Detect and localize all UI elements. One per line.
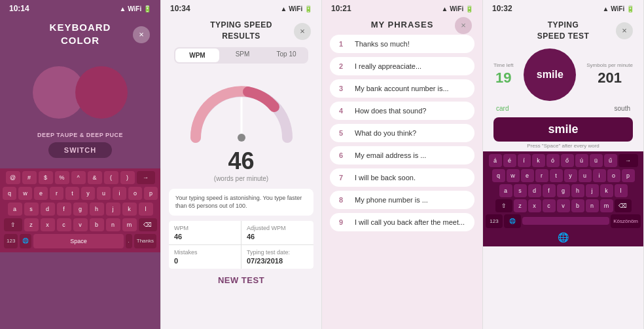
kb-key[interactable]: y — [81, 187, 95, 200]
phrase-item[interactable]: 7 I will be back soon. — [330, 168, 474, 187]
close-button-2[interactable]: × — [294, 23, 311, 40]
kb-period[interactable]: . — [126, 234, 132, 248]
kb-key[interactable]: ) — [120, 171, 135, 184]
kb4-key[interactable]: e — [521, 169, 534, 182]
kb-key[interactable]: i — [113, 187, 126, 200]
close-button-1[interactable]: × — [133, 26, 150, 43]
kb-key[interactable]: # — [22, 171, 37, 184]
kb-key[interactable]: m — [122, 218, 137, 231]
tab-top10[interactable]: Top 10 — [264, 47, 308, 64]
kb4-enter[interactable]: → — [618, 154, 638, 167]
kb4-key[interactable]: é — [503, 154, 516, 167]
kb4-key[interactable]: u — [579, 169, 592, 182]
kb4-key[interactable]: y — [564, 169, 577, 182]
kb4-key[interactable]: ű — [604, 154, 617, 167]
kb-key[interactable]: l — [139, 203, 153, 216]
kb4-space[interactable] — [522, 217, 609, 225]
kb4-key[interactable]: d — [528, 184, 541, 197]
kb4-done[interactable]: Köszönöm — [611, 214, 641, 228]
kb-key[interactable]: e — [34, 187, 48, 200]
kb4-key[interactable]: k — [600, 184, 613, 197]
kb4-key[interactable]: g — [557, 184, 570, 197]
kb-key[interactable]: & — [88, 171, 102, 184]
phrase-item[interactable]: 3 My bank account number is... — [330, 79, 474, 98]
phrase-item[interactable]: 9 I will call you back after the meet... — [330, 213, 474, 231]
kb-globe[interactable]: 🌐 — [20, 234, 31, 248]
kb-key[interactable]: a — [8, 203, 22, 216]
phrase-item[interactable]: 1 Thanks so much! — [330, 35, 474, 53]
kb-key[interactable]: u — [97, 187, 111, 200]
tab-spm[interactable]: SPM — [221, 47, 264, 64]
kb-key[interactable]: @ — [6, 171, 20, 184]
kb4-backspace[interactable]: ⌫ — [615, 199, 632, 212]
kb4-globe[interactable]: 🌐 — [504, 214, 521, 228]
kb-key-enter[interactable]: → — [137, 171, 155, 184]
kb4-key[interactable]: í — [518, 154, 531, 167]
kb4-key[interactable]: f — [543, 184, 556, 197]
kb-key[interactable]: v — [73, 218, 88, 231]
kb-key[interactable]: k — [122, 203, 137, 216]
kb4-key[interactable]: w — [507, 169, 520, 182]
phrase-item[interactable]: 8 My phone number is ... — [330, 191, 474, 209]
kb4-key[interactable]: q — [492, 169, 505, 182]
kb4-key[interactable]: l — [615, 184, 628, 197]
kb-key[interactable]: c — [57, 218, 71, 231]
kb4-key[interactable]: n — [586, 199, 599, 212]
kb4-numbers[interactable]: 123 — [486, 214, 503, 228]
kb4-key[interactable]: b — [571, 199, 584, 212]
tab-wpm[interactable]: WPM — [175, 48, 219, 62]
kb-key[interactable]: h — [90, 203, 104, 216]
kb4-key[interactable]: o — [607, 169, 620, 182]
kb-key[interactable]: $ — [39, 171, 53, 184]
phrase-item[interactable]: 4 How does that sound? — [330, 102, 474, 120]
phrase-item[interactable]: 6 My email address is ... — [330, 146, 474, 164]
kb-thanks[interactable]: Thanks — [134, 234, 156, 248]
kb4-key[interactable]: s — [514, 184, 527, 197]
kb4-key[interactable]: ó — [546, 154, 560, 167]
close-button-3[interactable]: × — [455, 17, 472, 34]
kb4-key[interactable]: j — [586, 184, 599, 197]
kb-backspace[interactable]: ⌫ — [139, 218, 157, 231]
kb4-globe-bottom[interactable]: 🌐 — [484, 229, 642, 245]
kb4-key[interactable]: p — [622, 169, 635, 182]
new-test-button[interactable]: NEW TEST — [218, 275, 264, 285]
close-button-4[interactable]: × — [616, 22, 633, 39]
kb4-key[interactable]: z — [514, 199, 527, 212]
kb-key[interactable]: g — [73, 203, 88, 216]
kb4-key[interactable]: c — [543, 199, 556, 212]
kb4-key[interactable]: x — [528, 199, 541, 212]
kb-key[interactable]: s — [24, 203, 39, 216]
kb-key[interactable]: x — [41, 218, 55, 231]
kb-key[interactable]: b — [90, 218, 104, 231]
phrase-item[interactable]: 2 I really appreaciate... — [330, 57, 474, 75]
kb4-key[interactable]: h — [571, 184, 584, 197]
kb4-shift[interactable]: ⇧ — [495, 199, 512, 212]
kb4-key[interactable]: ő — [561, 154, 574, 167]
phrase-item[interactable]: 5 What do you think? — [330, 124, 474, 142]
kb4-key[interactable]: á — [489, 154, 502, 167]
kb-key[interactable]: % — [55, 171, 69, 184]
kb4-key[interactable]: a — [499, 184, 512, 197]
kb4-key[interactable]: ü — [590, 154, 603, 167]
kb4-key[interactable]: i — [593, 169, 606, 182]
kb-key[interactable]: ( — [104, 171, 118, 184]
kb-key[interactable]: q — [3, 187, 16, 200]
kb-key[interactable]: z — [24, 218, 39, 231]
kb-key[interactable]: o — [128, 187, 142, 200]
kb-key[interactable]: d — [41, 203, 55, 216]
kb-key[interactable]: j — [106, 203, 120, 216]
kb-key[interactable]: ^ — [71, 171, 86, 184]
kb-numbers[interactable]: 123 — [4, 234, 18, 248]
kb-shift[interactable]: ⇧ — [4, 218, 22, 231]
kb4-key[interactable]: v — [557, 199, 570, 212]
kb4-key[interactable]: r — [535, 169, 548, 182]
kb4-key[interactable]: m — [600, 199, 613, 212]
switch-button[interactable]: SWITCH — [48, 142, 112, 158]
kb-key[interactable]: r — [50, 187, 63, 200]
kb4-key[interactable]: k — [532, 154, 545, 167]
kb-key[interactable]: t — [65, 187, 79, 200]
kb-key[interactable]: w — [18, 187, 32, 200]
kb-space[interactable]: Space — [33, 234, 123, 248]
kb-key[interactable]: f — [57, 203, 71, 216]
kb-key[interactable]: n — [106, 218, 120, 231]
